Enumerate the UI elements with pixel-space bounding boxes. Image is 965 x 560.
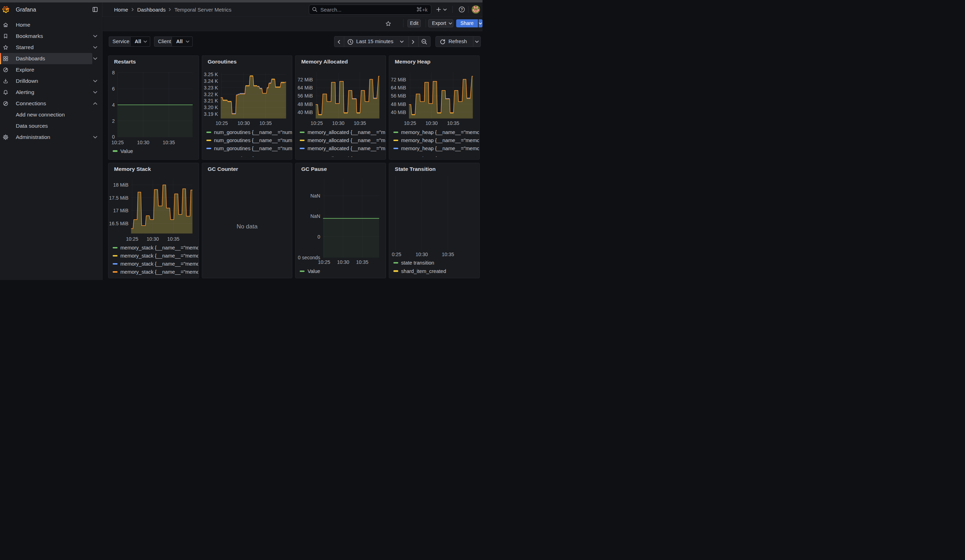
svg-text:NaN: NaN [311,193,321,199]
svg-text:64 MiB: 64 MiB [298,85,313,90]
svg-text:72 MiB: 72 MiB [391,77,406,82]
svg-text:0: 0 [112,134,115,140]
svg-text:10:25: 10:25 [126,236,138,242]
svg-text:3.20 K: 3.20 K [204,104,218,110]
svg-text:10:30: 10:30 [425,120,438,126]
svg-text:10:30: 10:30 [415,251,428,257]
svg-text:4: 4 [112,102,115,108]
svg-text:10:30: 10:30 [147,236,159,242]
svg-text:10:35: 10:35 [447,120,460,126]
svg-text:72 MiB: 72 MiB [298,77,313,82]
svg-text:3.21 K: 3.21 K [204,98,218,103]
svg-text:64 MiB: 64 MiB [391,85,406,90]
svg-text:3.22 K: 3.22 K [204,91,218,97]
svg-text:56 MiB: 56 MiB [391,93,406,99]
svg-text:10:25: 10:25 [311,120,323,126]
svg-text:10:30: 10:30 [337,259,350,265]
svg-text:3.24 K: 3.24 K [204,78,218,84]
svg-text:10:30: 10:30 [237,120,250,126]
svg-text:10:35: 10:35 [354,120,366,126]
svg-text:17.5 MiB: 17.5 MiB [109,195,128,201]
svg-text:10:35: 10:35 [167,236,179,242]
svg-text:18 MiB: 18 MiB [113,182,128,188]
svg-text:10:30: 10:30 [332,120,345,126]
svg-text:?: ? [461,7,463,11]
svg-text:0: 0 [317,234,321,240]
svg-text:56 MiB: 56 MiB [298,93,313,99]
svg-text:10:35: 10:35 [259,120,272,126]
svg-text:0:25: 0:25 [392,251,401,257]
svg-text:10:25: 10:25 [111,140,124,145]
svg-text:40 MiB: 40 MiB [391,109,406,115]
svg-text:2: 2 [112,118,115,124]
svg-text:16.5 MiB: 16.5 MiB [109,221,128,226]
svg-text:10:35: 10:35 [442,251,454,257]
svg-text:48 MiB: 48 MiB [391,101,406,107]
svg-text:10:30: 10:30 [137,140,149,145]
svg-text:3.23 K: 3.23 K [204,85,218,90]
svg-text:10:25: 10:25 [318,259,330,265]
svg-text:0 seconds: 0 seconds [298,255,321,260]
svg-text:3.19 K: 3.19 K [204,111,218,117]
svg-text:48 MiB: 48 MiB [298,101,313,107]
svg-text:NaN: NaN [311,213,321,219]
svg-text:3.25 K: 3.25 K [204,72,218,77]
svg-text:10:35: 10:35 [356,259,368,265]
svg-text:8: 8 [112,70,115,75]
svg-text:6: 6 [112,86,115,91]
svg-text:17 MiB: 17 MiB [113,208,128,213]
svg-text:10:25: 10:25 [404,120,416,126]
svg-text:10:25: 10:25 [216,120,228,126]
svg-text:10:35: 10:35 [162,140,175,145]
svg-text:40 MiB: 40 MiB [298,109,313,115]
